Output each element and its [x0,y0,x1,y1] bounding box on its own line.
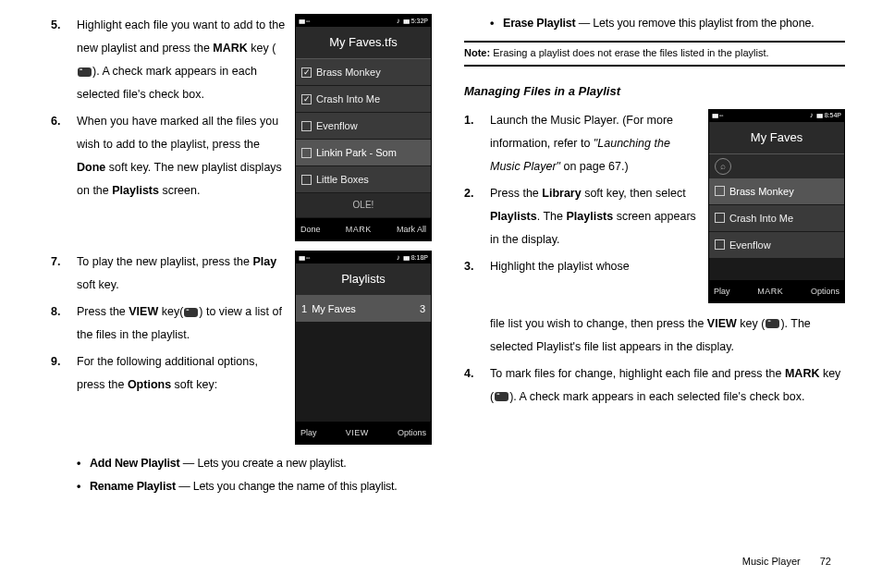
softkey-play: Play [300,424,317,441]
list-item: Brass Monkey [296,59,431,86]
step-number: 5. [51,14,77,106]
list-item: Linkin Park - Som [296,140,431,166]
row-number: 1 [301,299,307,319]
search-icon: ⌕ [715,158,731,175]
step-text: Press the Library soft key, then select … [490,182,699,251]
battery-icon [403,251,409,264]
checkbox-icon [301,94,312,104]
step-1: 1. Launch the Music Player. (For more in… [464,109,699,178]
step-3-partial: 3. Highlight the playlist whose [464,255,699,278]
step-number: 2. [464,182,490,251]
bullet-rename-playlist: • Rename Playlist — Lets you change the … [51,477,432,496]
step-4: 4. To mark files for change, highlight e… [464,362,845,409]
status-icon [306,15,310,28]
checkbox-icon [301,148,312,158]
battery-icon [816,109,822,122]
page-footer: Music Player 72 [742,551,831,571]
step-number: 9. [51,350,77,397]
phone-status-bar: 8:54P [709,110,844,122]
step-6: 6. When you have marked all the files yo… [51,110,286,202]
checkbox-icon [301,121,312,131]
list-item: Evenflow [709,232,844,259]
step-text: file list you wish to change, then press… [490,312,845,359]
signal-icon [712,109,717,122]
phone-body: Brass Monkey Crash Into Me Evenflow Link… [296,59,431,218]
step-7: 7. To play the new playlist, press the P… [51,251,286,297]
key-icon [78,67,92,77]
music-icon [397,251,400,265]
softkey-done: Done [300,221,321,238]
step-number: 1. [464,109,490,178]
phone-time: 8:54P [825,109,841,122]
list-item: Evenflow [296,113,431,140]
step-text: Press the VIEW key() to view a list of t… [77,300,286,347]
phone-body: Brass Monkey Crash Into Me Evenflow [709,178,844,280]
note-box: Note: Erasing a playlist does not erase … [464,41,845,66]
signal-icon [299,251,304,264]
key-icon [766,319,779,328]
status-icon [719,109,723,122]
phone-softkeys: Done MARK Mark All [296,218,431,240]
phone-status-bar: 8:18P [296,251,431,263]
row-count: 3 [420,299,425,319]
step-9: 9. For the following additional options,… [51,350,286,397]
bullet-icon: • [77,454,90,473]
phone-time: 8:18P [411,251,428,264]
step-number: 6. [51,110,77,202]
phone-softkeys: Play VIEW Options [296,422,431,444]
row-label: My Faves [312,299,356,319]
list-item: Brass Monkey [709,178,844,205]
phone-screenshot-faves-tfs: 5:32P My Faves.tfs Brass Monkey Crash In… [295,14,432,241]
phone-title: Playlists [296,263,431,296]
softkey-mark: MARK [346,221,372,238]
bullet-add-playlist: • Add New Playlist — Lets you create a n… [51,454,432,473]
right-column: • Erase Playlist — Lets you remove this … [464,14,845,501]
footer-section: Music Player [742,556,801,567]
signal-icon [299,15,304,28]
softkey-play: Play [714,283,730,300]
checkbox-icon [715,239,725,250]
battery-icon [403,15,409,28]
checkbox-icon [301,67,312,78]
step-3: file list you wish to change, then press… [464,312,845,359]
softkey-mark-all: Mark All [397,221,426,238]
left-column: 5. Highlight each file you want to add t… [51,14,432,501]
phone-screenshot-my-faves: 8:54P My Faves ⌕ Brass Monkey Crash Into… [708,109,845,303]
bullet-erase-playlist: • Erase Playlist — Lets you remove this … [464,14,845,33]
checkbox-icon [715,213,725,223]
step-number: 8. [51,300,77,347]
status-icon [306,251,310,264]
footer-label: OLE! [296,193,431,218]
list-item: Crash Into Me [296,86,431,113]
step-number: 7. [51,251,77,297]
step-2: 2. Press the Library soft key, then sele… [464,182,699,251]
phone-title: My Faves.tfs [296,27,431,59]
step-number: 3. [464,255,490,278]
section-heading: Managing Files in a Playlist [464,80,845,104]
key-icon [184,308,198,317]
phone-screenshot-playlists: 8:18P Playlists 1 My Faves 3 Play VIEW O… [295,251,432,445]
page-number: 72 [820,556,831,567]
music-icon [810,108,814,123]
phone-time: 5:32P [411,15,428,28]
softkey-mark: MARK [757,283,783,300]
list-item: Crash Into Me [709,205,844,232]
checkbox-icon [301,175,312,185]
step-text: When you have marked all the files you w… [77,110,286,202]
search-strip: ⌕ [709,154,844,178]
bullet-icon: • [490,14,503,33]
list-item: 1 My Faves 3 [296,296,431,323]
step-number: 4. [464,362,490,409]
step-5: 5. Highlight each file you want to add t… [51,14,286,106]
bullet-icon: • [77,477,90,496]
step-text: Launch the Music Player. (For more infor… [490,109,699,178]
softkey-view: VIEW [346,424,369,441]
music-icon [397,14,400,29]
phone-status-bar: 5:32P [296,15,431,27]
step-text: Highlight the playlist whose [490,255,699,278]
step-text: For the following additional options, pr… [77,350,286,397]
softkey-options: Options [398,424,426,441]
key-icon [495,392,508,401]
step-text: To play the new playlist, press the Play… [77,251,286,297]
step-text: Highlight each file you want to add to t… [77,14,286,106]
